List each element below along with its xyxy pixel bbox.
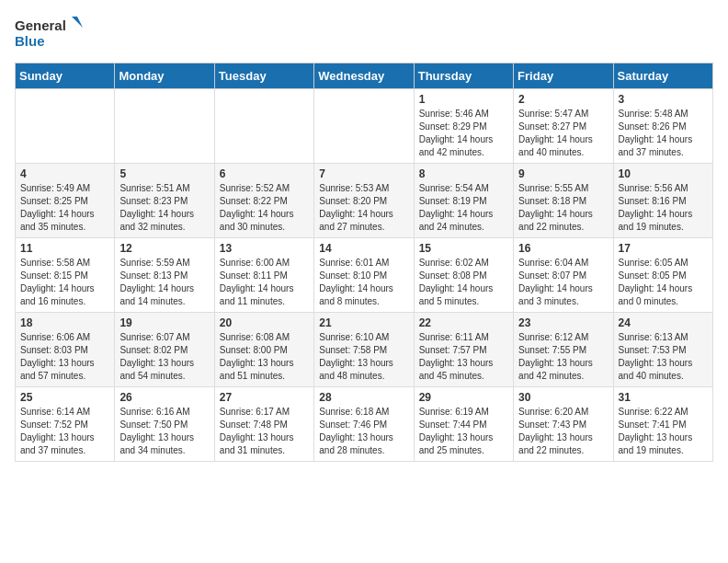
calendar-cell <box>214 89 313 164</box>
day-info: Sunrise: 6:22 AM Sunset: 7:41 PM Dayligh… <box>619 406 708 457</box>
calendar-cell: 15Sunrise: 6:02 AM Sunset: 8:08 PM Dayli… <box>414 238 513 313</box>
day-number: 12 <box>119 242 209 255</box>
day-info: Sunrise: 5:48 AM Sunset: 8:26 PM Dayligh… <box>619 108 708 159</box>
calendar-body: 1Sunrise: 5:46 AM Sunset: 8:29 PM Daylig… <box>16 89 713 462</box>
column-header-monday: Monday <box>115 63 214 89</box>
calendar-cell: 6Sunrise: 5:52 AM Sunset: 8:22 PM Daylig… <box>214 164 313 238</box>
calendar-table: SundayMondayTuesdayWednesdayThursdayFrid… <box>15 63 713 462</box>
calendar-week-row: 18Sunrise: 6:06 AM Sunset: 8:03 PM Dayli… <box>16 313 713 387</box>
day-number: 3 <box>619 93 708 106</box>
calendar-cell: 9Sunrise: 5:55 AM Sunset: 8:18 PM Daylig… <box>514 164 613 238</box>
column-header-sunday: Sunday <box>16 63 115 89</box>
day-info: Sunrise: 6:12 AM Sunset: 7:55 PM Dayligh… <box>518 331 608 383</box>
day-info: Sunrise: 5:58 AM Sunset: 8:15 PM Dayligh… <box>20 257 109 308</box>
calendar-cell: 13Sunrise: 6:00 AM Sunset: 8:11 PM Dayli… <box>214 238 313 313</box>
day-number: 29 <box>419 391 508 404</box>
day-info: Sunrise: 6:13 AM Sunset: 7:53 PM Dayligh… <box>619 331 708 383</box>
calendar-cell: 29Sunrise: 6:19 AM Sunset: 7:44 PM Dayli… <box>414 387 513 462</box>
calendar-cell: 7Sunrise: 5:53 AM Sunset: 8:20 PM Daylig… <box>314 164 414 238</box>
calendar-cell: 25Sunrise: 6:14 AM Sunset: 7:52 PM Dayli… <box>16 387 115 462</box>
day-info: Sunrise: 6:17 AM Sunset: 7:48 PM Dayligh… <box>220 406 309 457</box>
day-number: 25 <box>20 391 109 404</box>
calendar-week-row: 11Sunrise: 5:58 AM Sunset: 8:15 PM Dayli… <box>16 238 713 313</box>
day-number: 31 <box>619 391 708 404</box>
day-info: Sunrise: 6:18 AM Sunset: 7:46 PM Dayligh… <box>319 406 408 457</box>
day-number: 6 <box>220 167 309 180</box>
day-info: Sunrise: 6:10 AM Sunset: 7:58 PM Dayligh… <box>319 331 408 383</box>
calendar-week-row: 4Sunrise: 5:49 AM Sunset: 8:25 PM Daylig… <box>16 164 713 238</box>
day-number: 4 <box>20 167 109 180</box>
day-number: 1 <box>419 93 508 106</box>
calendar-cell: 1Sunrise: 5:46 AM Sunset: 8:29 PM Daylig… <box>414 89 513 164</box>
calendar-cell: 16Sunrise: 6:04 AM Sunset: 8:07 PM Dayli… <box>514 238 613 313</box>
day-number: 19 <box>119 316 209 329</box>
day-number: 24 <box>619 316 708 329</box>
calendar-cell: 31Sunrise: 6:22 AM Sunset: 7:41 PM Dayli… <box>613 387 712 462</box>
column-header-thursday: Thursday <box>414 63 513 89</box>
day-info: Sunrise: 5:54 AM Sunset: 8:19 PM Dayligh… <box>419 182 508 234</box>
day-number: 9 <box>518 167 608 180</box>
calendar-cell: 5Sunrise: 5:51 AM Sunset: 8:23 PM Daylig… <box>115 164 214 238</box>
day-number: 10 <box>619 167 708 180</box>
calendar-cell: 2Sunrise: 5:47 AM Sunset: 8:27 PM Daylig… <box>514 89 613 164</box>
day-number: 2 <box>518 93 608 106</box>
day-number: 8 <box>419 167 508 180</box>
day-info: Sunrise: 6:05 AM Sunset: 8:05 PM Dayligh… <box>619 257 708 308</box>
calendar-week-row: 1Sunrise: 5:46 AM Sunset: 8:29 PM Daylig… <box>16 89 713 164</box>
calendar-week-row: 25Sunrise: 6:14 AM Sunset: 7:52 PM Dayli… <box>16 387 713 462</box>
day-info: Sunrise: 6:07 AM Sunset: 8:02 PM Dayligh… <box>119 331 209 383</box>
day-number: 23 <box>518 316 608 329</box>
calendar-cell: 27Sunrise: 6:17 AM Sunset: 7:48 PM Dayli… <box>214 387 313 462</box>
day-number: 7 <box>319 167 408 180</box>
calendar-cell: 11Sunrise: 5:58 AM Sunset: 8:15 PM Dayli… <box>16 238 115 313</box>
calendar-cell: 24Sunrise: 6:13 AM Sunset: 7:53 PM Dayli… <box>613 313 712 387</box>
svg-text:Blue: Blue <box>15 33 45 49</box>
column-header-friday: Friday <box>514 63 613 89</box>
day-number: 27 <box>220 391 309 404</box>
day-number: 13 <box>220 242 309 255</box>
day-number: 26 <box>119 391 209 404</box>
day-info: Sunrise: 6:06 AM Sunset: 8:03 PM Dayligh… <box>20 331 109 383</box>
calendar-header-row: SundayMondayTuesdayWednesdayThursdayFrid… <box>16 63 713 89</box>
day-number: 5 <box>119 167 209 180</box>
calendar-cell: 8Sunrise: 5:54 AM Sunset: 8:19 PM Daylig… <box>414 164 513 238</box>
day-number: 22 <box>419 316 508 329</box>
calendar-cell <box>16 89 115 164</box>
day-info: Sunrise: 6:19 AM Sunset: 7:44 PM Dayligh… <box>419 406 508 457</box>
day-info: Sunrise: 5:56 AM Sunset: 8:16 PM Dayligh… <box>619 182 708 234</box>
day-info: Sunrise: 6:01 AM Sunset: 8:10 PM Dayligh… <box>319 257 408 308</box>
calendar-cell <box>314 89 414 164</box>
day-info: Sunrise: 6:02 AM Sunset: 8:08 PM Dayligh… <box>419 257 508 308</box>
day-info: Sunrise: 6:04 AM Sunset: 8:07 PM Dayligh… <box>518 257 608 308</box>
column-header-saturday: Saturday <box>613 63 712 89</box>
day-number: 15 <box>419 242 508 255</box>
day-number: 11 <box>20 242 109 255</box>
day-info: Sunrise: 5:49 AM Sunset: 8:25 PM Dayligh… <box>20 182 109 234</box>
svg-text:General: General <box>15 17 66 33</box>
calendar-cell: 17Sunrise: 6:05 AM Sunset: 8:05 PM Dayli… <box>613 238 712 313</box>
day-number: 18 <box>20 316 109 329</box>
day-info: Sunrise: 6:14 AM Sunset: 7:52 PM Dayligh… <box>20 406 109 457</box>
day-info: Sunrise: 5:55 AM Sunset: 8:18 PM Dayligh… <box>518 182 608 234</box>
calendar-cell: 14Sunrise: 6:01 AM Sunset: 8:10 PM Dayli… <box>314 238 414 313</box>
day-info: Sunrise: 5:52 AM Sunset: 8:22 PM Dayligh… <box>220 182 309 234</box>
calendar-cell: 12Sunrise: 5:59 AM Sunset: 8:13 PM Dayli… <box>115 238 214 313</box>
calendar-cell: 4Sunrise: 5:49 AM Sunset: 8:25 PM Daylig… <box>16 164 115 238</box>
day-info: Sunrise: 5:53 AM Sunset: 8:20 PM Dayligh… <box>319 182 408 234</box>
day-number: 20 <box>220 316 309 329</box>
day-info: Sunrise: 5:59 AM Sunset: 8:13 PM Dayligh… <box>119 257 209 308</box>
day-info: Sunrise: 5:47 AM Sunset: 8:27 PM Dayligh… <box>518 108 608 159</box>
calendar-cell: 19Sunrise: 6:07 AM Sunset: 8:02 PM Dayli… <box>115 313 214 387</box>
column-header-wednesday: Wednesday <box>314 63 414 89</box>
day-number: 21 <box>319 316 408 329</box>
day-number: 17 <box>619 242 708 255</box>
column-header-tuesday: Tuesday <box>214 63 313 89</box>
svg-marker-1 <box>72 17 83 28</box>
logo: GeneralBlue <box>15 15 88 52</box>
day-number: 16 <box>518 242 608 255</box>
day-info: Sunrise: 6:08 AM Sunset: 8:00 PM Dayligh… <box>220 331 309 383</box>
calendar-cell: 30Sunrise: 6:20 AM Sunset: 7:43 PM Dayli… <box>514 387 613 462</box>
day-number: 14 <box>319 242 408 255</box>
day-info: Sunrise: 5:51 AM Sunset: 8:23 PM Dayligh… <box>119 182 209 234</box>
calendar-cell <box>115 89 214 164</box>
